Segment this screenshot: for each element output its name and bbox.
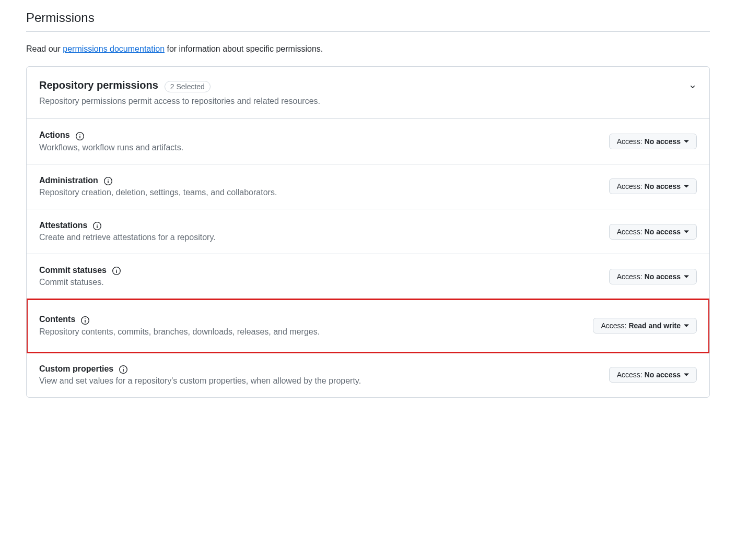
repo-permissions-panel: Repository permissions 2 Selected Reposi… (26, 66, 710, 398)
svg-point-4 (108, 179, 108, 180)
access-prefix: Access: (617, 228, 642, 236)
access-value: Read and write (628, 321, 681, 330)
permission-desc: View and set values for a repository's c… (39, 376, 361, 386)
info-icon[interactable] (80, 316, 90, 325)
permission-desc: Commit statuses. (39, 278, 121, 287)
svg-point-10 (116, 269, 116, 269)
access-value: No access (645, 182, 681, 190)
permission-row: Custom properties View and set values fo… (27, 353, 709, 397)
info-icon[interactable] (119, 365, 128, 374)
access-value: No access (645, 137, 681, 146)
caret-down-icon (684, 229, 689, 234)
access-prefix: Access: (617, 137, 642, 146)
permission-title: Contents (39, 315, 75, 324)
permission-row: Administration Repository creation, dele… (27, 164, 709, 209)
access-prefix: Access: (617, 272, 642, 281)
intro-prefix: Read our (26, 44, 63, 53)
caret-down-icon (684, 372, 689, 377)
permission-desc: Repository contents, commits, branches, … (39, 327, 320, 337)
chevron-down-icon (688, 82, 697, 91)
access-prefix: Access: (601, 321, 626, 330)
permission-desc: Repository creation, deletion, settings,… (39, 188, 277, 197)
access-dropdown[interactable]: Access: No access (609, 134, 697, 149)
permission-desc: Workflows, workflow runs and artifacts. (39, 143, 183, 152)
access-prefix: Access: (617, 182, 642, 190)
panel-title: Repository permissions (39, 79, 158, 91)
svg-point-1 (79, 134, 80, 135)
access-dropdown[interactable]: Access: No access (609, 178, 697, 194)
access-value: No access (645, 371, 681, 379)
panel-desc: Repository permissions permit access to … (39, 97, 320, 106)
access-dropdown[interactable]: Access: No access (609, 269, 697, 284)
permission-desc: Create and retrieve attestations for a r… (39, 233, 216, 242)
permission-title: Attestations (39, 221, 87, 230)
access-prefix: Access: (617, 371, 642, 379)
info-icon[interactable] (112, 266, 121, 276)
intro-suffix: for information about specific permissio… (165, 44, 323, 53)
permission-title: Administration (39, 176, 98, 185)
svg-point-7 (97, 224, 98, 224)
permission-row: Commit statuses Commit statuses. Access:… (27, 254, 709, 299)
permissions-doc-link[interactable]: permissions documentation (63, 44, 165, 53)
svg-point-16 (123, 367, 123, 368)
info-icon[interactable] (75, 132, 85, 141)
intro-text: Read our permissions documentation for i… (26, 44, 710, 54)
info-icon[interactable] (103, 176, 113, 186)
info-icon[interactable] (92, 221, 102, 231)
selected-count-badge: 2 Selected (165, 81, 211, 92)
caret-down-icon (684, 274, 689, 279)
svg-point-13 (85, 318, 86, 319)
permission-row: Attestations Create and retrieve attesta… (27, 209, 709, 254)
caret-down-icon (684, 139, 689, 144)
permission-title: Custom properties (39, 364, 113, 373)
access-dropdown[interactable]: Access: No access (609, 224, 697, 240)
access-dropdown[interactable]: Access: No access (609, 367, 697, 383)
page-title: Permissions (26, 10, 710, 32)
access-value: No access (645, 272, 681, 281)
caret-down-icon (684, 184, 689, 189)
permission-title: Commit statuses (39, 266, 107, 275)
panel-header[interactable]: Repository permissions 2 Selected Reposi… (27, 67, 709, 119)
caret-down-icon (684, 323, 689, 328)
access-value: No access (645, 228, 681, 236)
permission-row: Contents Repository contents, commits, b… (27, 299, 709, 352)
permission-title: Actions (39, 130, 70, 139)
permission-row: Actions Workflows, workflow runs and art… (27, 119, 709, 164)
access-dropdown[interactable]: Access: Read and write (593, 318, 697, 333)
